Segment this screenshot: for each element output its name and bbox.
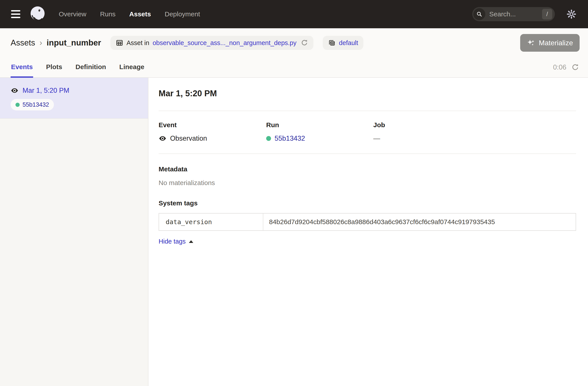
table-row: data_version 84b26d7d9204cbf588026c8a988…: [159, 214, 576, 230]
caret-up-icon: [189, 240, 193, 243]
observation-eye-icon: [159, 135, 167, 142]
event-type-value: Observation: [170, 135, 207, 142]
breadcrumb-assets-link[interactable]: Assets: [11, 38, 35, 47]
search-icon: [473, 8, 485, 20]
table-grid-icon: [116, 39, 123, 47]
event-timestamp-link[interactable]: Mar 1, 5:20 PM: [22, 87, 69, 95]
nav-item-assets[interactable]: Assets: [129, 10, 151, 18]
search-shortcut-key: /: [542, 9, 552, 20]
metadata-empty-text: No materializations: [159, 179, 576, 187]
search-input[interactable]: [489, 10, 533, 18]
job-empty-value: —: [373, 135, 380, 142]
breadcrumb-separator: ›: [40, 38, 42, 47]
tab-definition[interactable]: Definition: [75, 57, 106, 78]
asset-tabs-row: Events Plots Definition Lineage 0:06: [0, 57, 588, 78]
job-column-label: Job: [373, 121, 576, 129]
job-column: Job —: [373, 121, 576, 142]
event-detail-panel: Mar 1, 5:20 PM Event Observation Run: [148, 78, 588, 386]
tab-lineage[interactable]: Lineage: [119, 57, 145, 78]
hamburger-menu-icon[interactable]: [10, 9, 22, 20]
nav-item-overview[interactable]: Overview: [59, 10, 86, 18]
asset-source-file-link[interactable]: observable_source_ass..._non_argument_de…: [153, 39, 296, 47]
event-column: Event Observation: [159, 121, 266, 142]
refresh-countdown: 0:06: [553, 63, 566, 71]
materialize-label: Materialize: [539, 39, 573, 47]
event-list-sidebar: Mar 1, 5:20 PM 55b13432: [0, 78, 148, 386]
dagster-logo-icon[interactable]: [29, 5, 46, 23]
system-tags-heading: System tags: [159, 199, 576, 207]
breadcrumb-asset-name: input_number: [47, 38, 101, 47]
system-tags-table: data_version 84b26d7d9204cbf588026c8a988…: [159, 213, 576, 231]
nav-item-deployment[interactable]: Deployment: [165, 10, 200, 18]
event-detail-title: Mar 1, 5:20 PM: [159, 89, 576, 98]
run-column-label: Run: [266, 121, 373, 129]
asset-chip-prefix: Asset in: [126, 39, 149, 47]
event-list-item-selected[interactable]: Mar 1, 5:20 PM 55b13432: [0, 78, 148, 119]
run-status-dot: [266, 136, 271, 141]
observation-eye-icon: [11, 87, 19, 95]
metadata-heading: Metadata: [159, 165, 576, 173]
materialize-button[interactable]: Materialize: [520, 34, 580, 52]
repo-default-link[interactable]: default: [339, 39, 358, 47]
repo-location-chip: default: [323, 36, 363, 50]
run-status-dot: [16, 103, 20, 107]
event-column-label: Event: [159, 121, 266, 129]
hide-tags-toggle[interactable]: Hide tags: [159, 238, 193, 245]
asset-header: Assets › input_number Asset in observabl…: [0, 28, 588, 57]
refresh-icon[interactable]: [571, 63, 579, 71]
asset-definition-chip: Asset in observable_source_ass..._non_ar…: [110, 36, 314, 50]
divider: [159, 153, 576, 154]
tab-plots[interactable]: Plots: [45, 57, 63, 78]
divider: [159, 111, 576, 111]
hide-tags-label: Hide tags: [159, 238, 186, 245]
run-id-link[interactable]: 55b13432: [274, 135, 305, 142]
reload-definitions-icon[interactable]: [301, 39, 308, 47]
auto-refresh-control: 0:06: [553, 57, 579, 77]
code-location-icon: [328, 39, 336, 47]
top-nav: Overview Runs Assets Deployment /: [0, 0, 588, 28]
run-column: Run 55b13432: [266, 121, 373, 142]
nav-item-runs[interactable]: Runs: [100, 10, 116, 18]
tag-value-cell: 84b26d7d9204cbf588026c8a9886d403a6c9637c…: [263, 214, 576, 230]
tag-key-cell: data_version: [159, 214, 263, 230]
run-id-chip[interactable]: 55b13432: [11, 99, 54, 110]
sparkle-icon: [527, 39, 535, 47]
search-box[interactable]: /: [472, 7, 555, 21]
settings-gear-icon[interactable]: [566, 9, 577, 19]
tab-events[interactable]: Events: [11, 57, 33, 78]
primary-nav: Overview Runs Assets Deployment: [59, 10, 200, 18]
run-id-label: 55b13432: [22, 101, 49, 108]
